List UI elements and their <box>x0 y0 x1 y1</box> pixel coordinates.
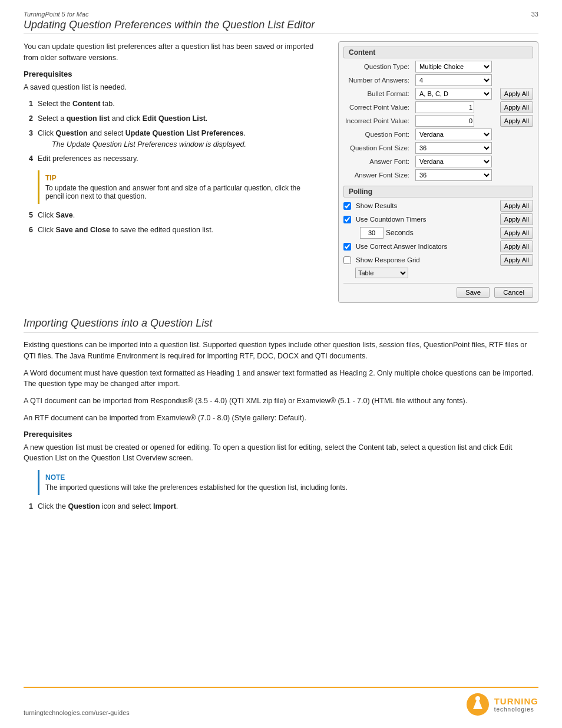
apply-show-results-btn[interactable]: Apply All <box>500 200 533 212</box>
apply-incorrect-btn[interactable]: Apply All <box>500 115 533 127</box>
apply-correct-btn[interactable]: Apply All <box>500 101 533 113</box>
seconds-label: Seconds <box>386 229 414 237</box>
svg-point-2 <box>475 696 480 701</box>
section2-step-1: 1 Click the Question icon and select Imp… <box>24 501 538 512</box>
page-number: 33 <box>531 11 538 18</box>
incorrect-point-input[interactable] <box>415 115 474 127</box>
step-1: 1 Select the Content tab. <box>24 98 326 110</box>
num-answers-label: Number of Answers: <box>343 77 413 84</box>
countdown-label: Use Countdown Timers <box>356 216 498 223</box>
answer-font-select[interactable]: Verdana <box>415 156 492 167</box>
tip-title: TIP <box>45 174 320 182</box>
step-6: 6 Click Save and Close to save the edite… <box>24 225 326 236</box>
show-results-row: Show Results Apply All <box>343 200 533 212</box>
section2-intro1: Existing questions can be imported into … <box>24 340 538 362</box>
section2-intro4: An RTF document can be imported from Exa… <box>24 413 538 424</box>
app-name: TurningPoint 5 for Mac <box>24 11 88 18</box>
question-font-size-row: Question Font Size: 36 <box>343 142 533 154</box>
show-response-label: Show Response Grid <box>356 256 498 263</box>
apply-correct-indicators-btn[interactable]: Apply All <box>500 241 533 252</box>
answer-font-label: Answer Font: <box>343 158 413 165</box>
page-footer: turningtechnologies.com/user-guides TURN… <box>24 687 538 716</box>
section1-left-col: You can update question list preferences… <box>24 41 326 303</box>
show-response-row: Show Response Grid Apply All <box>343 254 533 266</box>
section2-steps: 1 Click the Question icon and select Imp… <box>24 501 538 512</box>
question-font-select[interactable]: Verdana <box>415 129 492 140</box>
incorrect-point-row: Incorrect Point Value: Apply All <box>343 115 533 127</box>
question-font-row: Question Font: Verdana <box>343 129 533 140</box>
logo-technologies: technologies <box>494 706 538 713</box>
apply-countdown-btn[interactable]: Apply All <box>500 213 533 225</box>
seconds-input[interactable] <box>360 227 384 239</box>
question-type-row: Question Type: Multiple Choice <box>343 61 533 73</box>
answer-font-size-label: Answer Font Size: <box>343 172 413 179</box>
correct-point-input[interactable] <box>415 101 474 113</box>
prerequisites-title-1: Prerequisites <box>24 70 326 78</box>
answer-font-size-row: Answer Font Size: 36 <box>343 169 533 181</box>
note-box: NOTE The imported questions will take th… <box>38 470 538 495</box>
cancel-button[interactable]: Cancel <box>494 287 533 298</box>
show-response-checkbox[interactable] <box>343 256 351 264</box>
apply-show-response-btn[interactable]: Apply All <box>500 254 533 266</box>
apply-bullet-btn[interactable]: Apply All <box>500 88 533 100</box>
step-3: 3 Click Question and select Update Quest… <box>24 128 326 150</box>
note-text: The imported questions will take the pre… <box>45 483 533 492</box>
question-type-label: Question Type: <box>343 63 413 70</box>
prerequisites-title-2: Prerequisites <box>24 430 538 439</box>
footer-url: turningtechnologies.com/user-guides <box>24 709 130 716</box>
num-answers-row: Number of Answers: 4 <box>343 74 533 86</box>
bullet-format-row: Bullet Format: A, B, C, D Apply All <box>343 88 533 100</box>
step-2: 2 Select a question list and click Edit … <box>24 113 326 124</box>
countdown-row: Use Countdown Timers Apply All <box>343 213 533 225</box>
incorrect-point-label: Incorrect Point Value: <box>343 117 413 124</box>
logo-turning: TURNING <box>494 696 538 706</box>
apply-seconds-btn[interactable]: Apply All <box>500 227 533 239</box>
bullet-format-select[interactable]: A, B, C, D <box>415 88 492 100</box>
tip-text: To update the question and answer font a… <box>45 184 320 200</box>
question-font-size-select[interactable]: 36 <box>415 142 492 154</box>
section2-intro3: A QTI document can be imported from Resp… <box>24 396 538 407</box>
step-4: 4 Edit preferences as necessary. <box>24 153 326 164</box>
correct-indicators-checkbox[interactable] <box>343 243 351 251</box>
step-5: 5 Click Save. <box>24 210 326 221</box>
correct-indicators-label: Use Correct Answer Indicators <box>356 243 498 250</box>
section1-intro: You can update question list preferences… <box>24 41 326 64</box>
dialog-panel: Content Question Type: Multiple Choice N… <box>338 41 538 303</box>
dialog-footer: Save Cancel <box>343 283 533 298</box>
seconds-row: Seconds Apply All <box>360 227 533 239</box>
steps-list-1: 1 Select the Content tab. 2 Select a que… <box>24 98 326 164</box>
section2-intro2: A Word document must have question text … <box>24 368 538 390</box>
question-font-label: Question Font: <box>343 131 413 138</box>
prerequisites-text-1: A saved question list is needed. <box>24 82 326 93</box>
show-results-label: Show Results <box>356 202 498 209</box>
bullet-format-label: Bullet Format: <box>343 90 413 97</box>
section2: Importing Questions into a Question List… <box>24 317 538 512</box>
section1-title: Updating Question Preferences within the… <box>24 19 538 34</box>
tip-box: TIP To update the question and answer fo… <box>38 170 326 204</box>
show-results-checkbox[interactable] <box>343 202 351 210</box>
content-section-header: Content <box>343 47 533 58</box>
table-row: Table <box>355 268 533 278</box>
question-font-size-label: Question Font Size: <box>343 144 413 151</box>
note-title: NOTE <box>45 473 533 482</box>
correct-indicators-row: Use Correct Answer Indicators Apply All <box>343 241 533 252</box>
save-button[interactable]: Save <box>457 287 490 298</box>
answer-font-row: Answer Font: Verdana <box>343 156 533 167</box>
dialog-panel-container: Content Question Type: Multiple Choice N… <box>338 41 538 303</box>
question-type-select[interactable]: Multiple Choice <box>415 61 492 73</box>
table-select[interactable]: Table <box>355 268 408 278</box>
correct-point-label: Correct Point Value: <box>343 104 413 111</box>
section2-title: Importing Questions into a Question List <box>24 317 538 332</box>
polling-section-header: Polling <box>343 186 533 197</box>
logo-text: TURNING technologies <box>494 696 538 713</box>
answer-font-size-select[interactable]: 36 <box>415 169 492 181</box>
countdown-checkbox[interactable] <box>343 216 351 223</box>
steps-list-2: 5 Click Save. 6 Click Save and Close to … <box>24 210 326 236</box>
prerequisites-text-2: A new question list must be created or o… <box>24 442 538 465</box>
logo-area: TURNING technologies <box>466 693 538 716</box>
num-answers-select[interactable]: 4 <box>415 74 492 86</box>
turning-logo-icon <box>466 693 490 716</box>
correct-point-row: Correct Point Value: Apply All <box>343 101 533 113</box>
